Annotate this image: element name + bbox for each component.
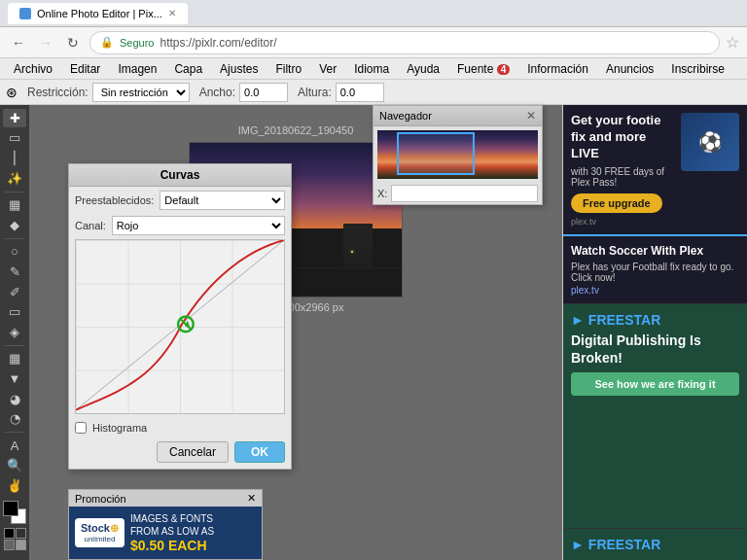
promo-panel: Promoción ✕ Stock⊕ unlimited IMAGES & FO… bbox=[68, 489, 263, 560]
ad-plex-2[interactable]: Watch Soccer With Plex Plex has your Foo… bbox=[563, 236, 747, 304]
refresh-btn[interactable]: ↻ bbox=[62, 32, 84, 53]
menu-ajustes[interactable]: Ajustes bbox=[212, 60, 266, 78]
freestar-name-1: FREESTAR bbox=[588, 312, 660, 328]
menu-capa[interactable]: Capa bbox=[166, 60, 210, 78]
tool-eraser[interactable]: ▭ bbox=[3, 302, 26, 321]
curves-title: Curvas bbox=[160, 168, 200, 182]
promo-panel-header: Promoción ✕ bbox=[69, 490, 262, 507]
tool-clone[interactable]: ◈ bbox=[3, 323, 26, 341]
svg-marker-3 bbox=[185, 320, 191, 329]
curves-channel-select[interactable]: Rojo Verde Azul RGB bbox=[112, 216, 285, 235]
tool-dodge[interactable]: ◔ bbox=[3, 410, 26, 429]
tool-separator-3 bbox=[5, 345, 24, 346]
freestar-logo-1: ► FREESTAR bbox=[571, 312, 739, 328]
color-swatch-3 bbox=[4, 540, 15, 550]
restriction-select[interactable]: Sin restricción bbox=[92, 83, 190, 102]
menu-informacion[interactable]: Información bbox=[519, 60, 596, 78]
app-main: ✚ ▭ ⎪ ✨ ▦ ◆ ○ ✎ ✐ ▭ ◈ ▦ ▼ ◕ ◔ A 🔍 ✌ bbox=[0, 105, 747, 560]
ad-plex-upgrade-btn[interactable]: Free upgrade bbox=[571, 193, 662, 213]
menu-ver[interactable]: Ver bbox=[311, 60, 344, 78]
tab-title: Online Photo Editor | Pix... bbox=[37, 8, 162, 19]
menu-ayuda[interactable]: Ayuda bbox=[399, 60, 447, 78]
tool-hand[interactable]: ✌ bbox=[3, 476, 26, 495]
tool-lasso[interactable]: ⎪ bbox=[3, 149, 26, 167]
secure-label: Seguro bbox=[120, 37, 154, 49]
tool-blur[interactable]: ◕ bbox=[3, 390, 26, 408]
width-input[interactable] bbox=[239, 83, 288, 102]
tool-move[interactable]: ✚ bbox=[3, 109, 26, 127]
tool-marquee-rect[interactable]: ▭ bbox=[3, 129, 26, 148]
curves-histogram-row: Histograma bbox=[69, 420, 291, 438]
navigator-panel-header[interactable]: Navegador ✕ bbox=[374, 106, 542, 126]
color-swatches[interactable] bbox=[3, 501, 26, 524]
back-btn[interactable]: ← bbox=[8, 32, 29, 53]
curves-channel-label: Canal: bbox=[75, 220, 106, 231]
curves-graph[interactable] bbox=[75, 239, 285, 414]
ad-plex-1[interactable]: ⚽ Get your footie fix and more LIVE with… bbox=[563, 105, 747, 236]
ok-button[interactable]: OK bbox=[234, 441, 285, 463]
curves-presets-row: Preestablecidos: Default bbox=[69, 187, 291, 214]
tool-brush[interactable]: ✎ bbox=[3, 262, 26, 281]
ad-plex2-text: Plex has your Football fix ready to go. … bbox=[571, 262, 739, 283]
histogram-checkbox[interactable] bbox=[75, 422, 87, 434]
curves-presets-select[interactable]: Default bbox=[160, 191, 285, 210]
tool-zoom[interactable]: 🔍 bbox=[3, 457, 26, 475]
ad-freestar-1[interactable]: ► FREESTAR Digital Publishing Is Broken!… bbox=[563, 304, 747, 528]
browser-controls: ← → ↻ 🔒 Seguro https://pixlr.com/editor/… bbox=[0, 27, 747, 58]
navigator-viewport-box[interactable] bbox=[397, 132, 475, 175]
tool-paint-bucket[interactable]: ▼ bbox=[3, 369, 26, 388]
freestar-icon-1: ► bbox=[571, 312, 585, 328]
address-bar[interactable]: 🔒 Seguro https://pixlr.com/editor/ bbox=[89, 31, 720, 54]
curves-presets-label: Preestablecidos: bbox=[75, 194, 154, 206]
tab-favicon bbox=[19, 8, 31, 19]
tool-gradient[interactable]: ▦ bbox=[3, 350, 26, 368]
freestar-icon-2: ► bbox=[571, 537, 585, 552]
ads-panel: ⚽ Get your footie fix and more LIVE with… bbox=[562, 105, 747, 560]
svg-line-0 bbox=[76, 240, 284, 410]
tool-text[interactable]: A bbox=[3, 437, 26, 455]
ad-plex-image: ⚽ bbox=[681, 113, 739, 171]
tool-separator-4 bbox=[5, 432, 24, 433]
navigator-x-label: X: bbox=[377, 188, 387, 199]
navigator-x-input[interactable] bbox=[391, 185, 538, 202]
color-swatch-1 bbox=[4, 528, 15, 539]
freestar-logo-2: ► FREESTAR bbox=[571, 537, 739, 552]
menu-editar[interactable]: Editar bbox=[62, 60, 108, 78]
forward-btn[interactable]: → bbox=[35, 32, 56, 53]
menu-idioma[interactable]: Idioma bbox=[346, 60, 397, 78]
curves-channel-row: Canal: Rojo Verde Azul RGB bbox=[69, 214, 291, 239]
promo-close-btn[interactable]: ✕ bbox=[247, 492, 256, 505]
tool-magic-wand[interactable]: ✨ bbox=[3, 169, 26, 188]
tool-pencil[interactable]: ✐ bbox=[3, 283, 26, 301]
tool-heal[interactable]: ○ bbox=[3, 243, 26, 262]
toolbar-height: Altura: bbox=[298, 83, 384, 102]
secure-badge: 🔒 bbox=[100, 36, 114, 49]
promo-line2: FROM AS LOW AS bbox=[130, 525, 214, 538]
menu-filtro[interactable]: Filtro bbox=[267, 60, 309, 78]
menu-imagen[interactable]: Imagen bbox=[110, 60, 164, 78]
cancel-button[interactable]: Cancelar bbox=[157, 441, 229, 463]
promo-logo: Stock⊕ unlimited bbox=[75, 518, 124, 547]
menu-fuente[interactable]: Fuente 4 bbox=[449, 60, 517, 78]
toolbar: ⊛ Restricción: Sin restricción Ancho: Al… bbox=[0, 80, 747, 105]
promo-content: Stock⊕ unlimited IMAGES & FONTS FROM AS … bbox=[69, 507, 262, 559]
navigator-close-btn[interactable]: ✕ bbox=[526, 109, 536, 122]
tab-close-btn[interactable]: ✕ bbox=[168, 8, 176, 18]
browser-titlebar: Online Photo Editor | Pix... ✕ bbox=[0, 0, 747, 27]
curves-buttons: Cancelar OK bbox=[69, 438, 291, 469]
menu-inscribirse[interactable]: Inscribirse bbox=[663, 60, 732, 78]
url-text: https://pixlr.com/editor/ bbox=[160, 36, 276, 50]
browser-tab[interactable]: Online Photo Editor | Pix... ✕ bbox=[8, 3, 188, 24]
left-toolbar: ✚ ▭ ⎪ ✨ ▦ ◆ ○ ✎ ✐ ▭ ◈ ▦ ▼ ◕ ◔ A 🔍 ✌ bbox=[0, 105, 29, 560]
tool-eyedropper[interactable]: ◆ bbox=[3, 216, 26, 234]
height-input[interactable] bbox=[336, 83, 384, 102]
toolbar-tool-icon: ⊛ bbox=[6, 85, 18, 100]
tool-crop[interactable]: ▦ bbox=[3, 195, 26, 214]
promo-price: $0.50 EACH bbox=[130, 538, 214, 553]
freestar-cta-btn[interactable]: See how we are fixing it bbox=[571, 372, 739, 396]
bookmark-btn[interactable]: ☆ bbox=[726, 33, 739, 52]
menu-anuncios[interactable]: Anuncios bbox=[598, 60, 661, 78]
menu-archivo[interactable]: Archivo bbox=[6, 60, 60, 78]
foreground-color-swatch[interactable] bbox=[3, 501, 18, 516]
curves-panel: Curvas Preestablecidos: Default Canal: R… bbox=[68, 163, 292, 470]
